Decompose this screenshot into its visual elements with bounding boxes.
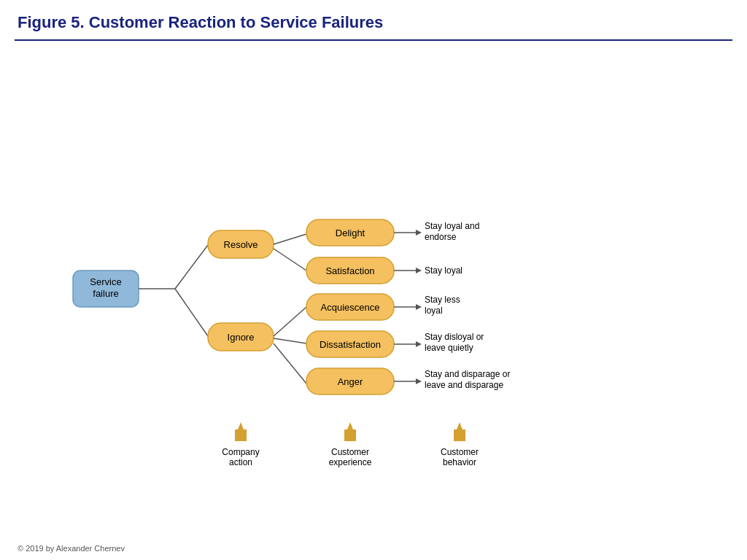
svg-text:Customer: Customer (331, 447, 369, 457)
svg-text:loyal: loyal (425, 306, 443, 316)
svg-line-5 (175, 289, 208, 336)
svg-text:leave and disparage: leave and disparage (425, 380, 503, 390)
svg-line-10 (274, 234, 306, 244)
svg-line-4 (175, 245, 208, 289)
svg-line-13 (274, 338, 306, 343)
svg-line-11 (274, 249, 306, 271)
svg-text:endorse: endorse (425, 232, 457, 242)
diagram-svg: Service failure Resolve Ignore Delight S… (0, 41, 747, 537)
svg-marker-44 (238, 422, 244, 429)
svg-marker-48 (347, 422, 353, 429)
svg-line-14 (274, 343, 306, 384)
svg-text:Ignore: Ignore (228, 332, 255, 343)
svg-marker-32 (416, 341, 422, 347)
svg-text:Delight: Delight (336, 228, 365, 238)
svg-text:Resolve: Resolve (224, 239, 258, 250)
svg-text:Stay less: Stay less (425, 295, 460, 305)
svg-marker-26 (416, 230, 422, 236)
svg-text:leave quietly: leave quietly (425, 343, 473, 353)
svg-text:failure: failure (93, 288, 118, 299)
svg-text:Customer: Customer (441, 447, 479, 457)
svg-line-12 (274, 307, 306, 336)
footer-text: © 2019 by Alexander Chernev (18, 544, 125, 553)
svg-text:Company: Company (222, 447, 259, 457)
svg-text:action: action (229, 457, 252, 467)
svg-text:Acquiescence: Acquiescence (321, 302, 380, 313)
svg-text:Satisfaction: Satisfaction (325, 265, 374, 276)
page-header: Figure 5. Customer Reaction to Service F… (0, 0, 747, 39)
svg-rect-49 (344, 429, 356, 441)
svg-text:Stay disloyal or: Stay disloyal or (425, 332, 484, 342)
svg-rect-45 (235, 429, 247, 441)
diagram-area: Service failure Resolve Ignore Delight S… (0, 41, 747, 537)
svg-text:Stay loyal: Stay loyal (425, 265, 462, 276)
svg-text:Stay loyal and: Stay loyal and (425, 221, 479, 231)
svg-text:experience: experience (329, 457, 372, 467)
svg-marker-52 (457, 422, 462, 429)
svg-text:Dissatisfaction: Dissatisfaction (320, 339, 381, 350)
svg-text:Anger: Anger (338, 376, 363, 387)
svg-text:behavior: behavior (443, 457, 476, 467)
svg-text:Stay and disparage or: Stay and disparage or (425, 369, 510, 379)
svg-marker-30 (416, 304, 422, 310)
svg-marker-34 (416, 378, 422, 384)
svg-rect-53 (454, 429, 465, 441)
svg-marker-28 (416, 268, 422, 273)
svg-text:Service: Service (90, 276, 121, 287)
page-title: Figure 5. Customer Reaction to Service F… (18, 13, 729, 32)
